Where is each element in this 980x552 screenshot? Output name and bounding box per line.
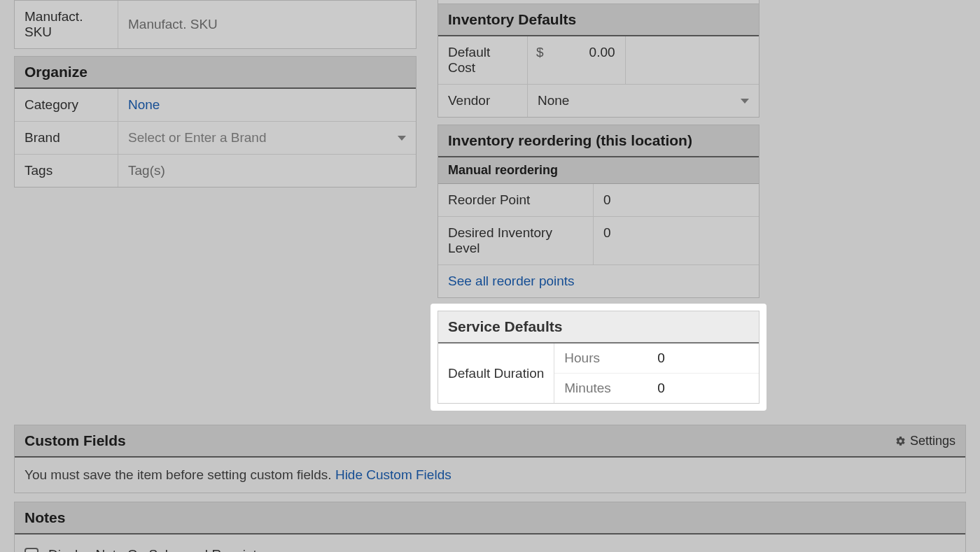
inventory-defaults-header: Inventory Defaults — [438, 4, 759, 36]
vendor-label: Vendor — [438, 85, 528, 117]
manufact-sku-input[interactable] — [118, 1, 416, 48]
default-cost-label: Default Cost — [438, 36, 528, 84]
organize-header: Organize — [15, 57, 416, 89]
reordering-header: Inventory reordering (this location) — [438, 125, 759, 157]
brand-placeholder: Select or Enter a Brand — [128, 130, 267, 146]
tags-input[interactable] — [118, 155, 416, 187]
see-all-reorder-link[interactable]: See all reorder points — [448, 274, 575, 288]
custom-fields-panel: Custom Fields Settings You must save the… — [14, 425, 966, 493]
currency-symbol: $ — [528, 36, 552, 84]
vendor-value: None — [538, 93, 569, 108]
hide-custom-fields-link[interactable]: Hide Custom Fields — [335, 467, 451, 482]
chevron-down-icon — [741, 99, 749, 104]
minutes-input[interactable]: 0 — [648, 374, 675, 403]
notes-header: Notes — [15, 502, 965, 535]
custom-fields-settings-link[interactable]: Settings — [895, 434, 955, 448]
desired-level-input[interactable]: 0 — [594, 217, 759, 264]
gear-icon — [895, 436, 906, 446]
inventory-defaults-panel: Inventory Defaults Default Cost $ 0.00 V… — [438, 0, 760, 118]
service-defaults-header: Service Defaults — [438, 311, 759, 344]
default-cost-input[interactable]: 0.00 — [552, 36, 626, 84]
inventory-reordering-panel: Inventory reordering (this location) Man… — [438, 125, 760, 298]
organize-panel: Organize Category None Brand Select or E… — [14, 56, 416, 187]
reorder-point-input[interactable]: 0 — [594, 184, 759, 216]
category-label: Category — [15, 89, 118, 121]
default-duration-label: Default Duration — [438, 344, 554, 403]
custom-fields-header: Custom Fields Settings — [15, 425, 965, 458]
brand-label: Brand — [15, 122, 118, 154]
settings-label: Settings — [910, 434, 955, 448]
manual-reordering-header: Manual reordering — [438, 157, 759, 184]
custom-fields-title: Custom Fields — [24, 432, 126, 449]
brand-select[interactable]: Select or Enter a Brand — [118, 122, 416, 154]
custom-fields-message: You must save the item before setting cu… — [24, 467, 335, 482]
display-note-checkbox[interactable] — [24, 548, 38, 552]
display-note-label: Display Note On Sales and Receipts — [48, 547, 263, 552]
manufact-sku-row: Manufact. SKU — [14, 0, 416, 49]
service-defaults-highlight: Service Defaults Default Duration Hours … — [432, 305, 765, 409]
desired-level-label: Desired Inventory Level — [438, 217, 594, 264]
minutes-label: Minutes — [554, 374, 648, 403]
hours-label: Hours — [554, 344, 648, 373]
category-value-link[interactable]: None — [128, 97, 160, 113]
tags-label: Tags — [15, 155, 118, 187]
reorder-point-label: Reorder Point — [438, 184, 594, 216]
service-defaults-panel: Service Defaults Default Duration Hours … — [438, 311, 760, 404]
vendor-select[interactable]: None — [528, 85, 759, 117]
manufact-sku-label: Manufact. SKU — [15, 1, 118, 48]
notes-panel: Notes Display Note On Sales and Receipts — [14, 502, 966, 552]
hours-input[interactable]: 0 — [648, 344, 675, 373]
chevron-down-icon — [398, 136, 406, 141]
